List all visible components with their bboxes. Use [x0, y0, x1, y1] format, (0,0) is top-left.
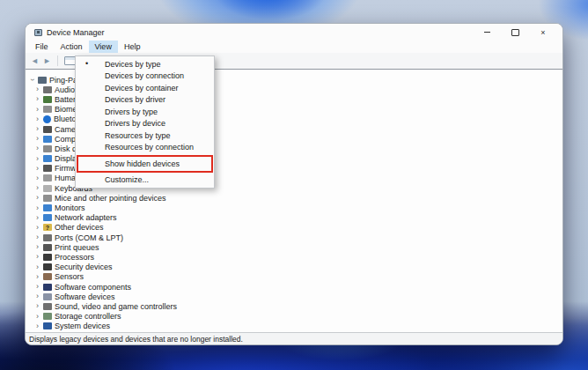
menu-item-show-hidden-devices[interactable]: Show hidden devices [76, 158, 214, 170]
tree-item-label: Monitors [55, 204, 85, 212]
chevron-right-icon[interactable]: › [34, 302, 40, 310]
chevron-right-icon[interactable]: › [34, 106, 40, 114]
chevron-right-icon[interactable]: › [34, 224, 40, 232]
chevron-right-icon[interactable]: › [34, 115, 40, 123]
sensor-icon [43, 273, 52, 280]
network-icon [43, 214, 52, 221]
chevron-right-icon[interactable]: › [34, 174, 40, 182]
security-icon [43, 263, 52, 270]
menu-item-devices-by-connection[interactable]: Devices by connection [76, 70, 214, 83]
close-button[interactable]: × [529, 24, 557, 41]
tree-item-label: Print queues [55, 243, 99, 252]
tree-item-label: Software devices [55, 292, 115, 301]
chevron-right-icon[interactable]: › [34, 95, 40, 103]
chevron-right-icon[interactable]: › [34, 292, 40, 300]
tree-item-label: Ports (COM & LPT) [55, 233, 123, 242]
tree-item-label: System devices [55, 322, 110, 330]
chevron-right-icon[interactable]: › [34, 194, 40, 202]
chevron-right-icon[interactable]: › [34, 184, 40, 192]
chevron-right-icon[interactable]: › [28, 77, 36, 83]
tree-item[interactable]: › Sensors [26, 272, 562, 282]
status-text: Displays legacy devices and devices that… [29, 335, 243, 344]
tree-item[interactable]: › Storage controllers [26, 312, 562, 322]
tree-item-label: Software components [55, 283, 131, 292]
tree-item[interactable]: › Monitors [26, 203, 562, 212]
tree-item[interactable]: › System devices [26, 322, 562, 331]
unknown-device-icon: ? [43, 224, 52, 231]
chevron-right-icon[interactable]: › [34, 125, 40, 133]
tree-item-label: Network adapters [55, 213, 117, 222]
forward-icon[interactable]: ► [43, 57, 51, 65]
tree-item-label: Mice and other pointing devices [55, 194, 166, 203]
menu-item-label: Customize... [105, 175, 149, 184]
menu-item-devices-by-type[interactable]: Devices by type [76, 58, 214, 70]
audio-icon [43, 86, 52, 93]
menu-help[interactable]: Help [118, 41, 147, 53]
menu-item-devices-by-container[interactable]: Devices by container [76, 82, 214, 94]
tree-item[interactable]: › Software devices [26, 292, 562, 301]
disk-icon [43, 145, 52, 152]
tree-item[interactable]: › Security devices [26, 263, 562, 272]
console-window-icon[interactable] [64, 56, 76, 65]
menu-item-drivers-by-device[interactable]: Drivers by device [76, 118, 214, 130]
chevron-right-icon[interactable]: › [34, 273, 40, 281]
chevron-right-icon[interactable]: › [34, 233, 40, 241]
chevron-right-icon[interactable]: › [34, 135, 40, 143]
system-icon [43, 322, 52, 329]
toolbar-separator [57, 56, 58, 66]
software-device-icon [43, 293, 52, 300]
tree-item[interactable]: › Ports (COM & LPT) [26, 233, 562, 242]
tree-item[interactable]: › Network adapters [26, 213, 562, 223]
back-icon[interactable]: ◄ [31, 57, 39, 65]
chevron-right-icon[interactable]: › [34, 322, 40, 330]
display-icon [43, 155, 52, 162]
tree-item-label: Other devices [55, 223, 104, 232]
menu-item-devices-by-driver[interactable]: Devices by driver [76, 94, 214, 107]
device-manager-icon [34, 29, 42, 36]
battery-icon [43, 96, 52, 103]
menu-item-resources-by-connection[interactable]: Resources by connection [76, 142, 214, 154]
tree-item-label: Security devices [55, 263, 113, 271]
menu-item-drivers-by-type[interactable]: Drivers by type [76, 106, 214, 118]
tree-item[interactable]: › Sound, video and game controllers [26, 301, 562, 311]
tree-item-label: Storage controllers [55, 312, 121, 321]
camera-icon [43, 126, 52, 133]
chevron-right-icon[interactable]: › [34, 313, 40, 321]
keyboard-icon [43, 185, 52, 192]
menu-item-customize[interactable]: Customize... [76, 174, 214, 187]
chevron-right-icon[interactable]: › [34, 165, 40, 173]
menu-action[interactable]: Action [55, 41, 89, 53]
storage-icon [43, 313, 52, 320]
computer-icon [43, 136, 52, 143]
tree-item-label: Sound, video and game controllers [55, 302, 177, 311]
computer-icon [38, 77, 47, 84]
chevron-right-icon[interactable]: › [34, 263, 40, 271]
mouse-icon [43, 195, 52, 202]
device-manager-window: Device Manager × File Action View Help [25, 23, 563, 345]
chevron-right-icon[interactable]: › [34, 204, 40, 212]
tree-item[interactable]: › ? Other devices [26, 223, 562, 233]
chevron-right-icon[interactable]: › [34, 243, 40, 251]
chevron-right-icon[interactable]: › [34, 155, 40, 163]
menu-view[interactable]: View [89, 41, 118, 53]
tree-item[interactable]: › Mice and other pointing devices [26, 193, 562, 203]
sound-icon [43, 303, 52, 310]
chevron-right-icon[interactable]: › [34, 144, 40, 152]
minimize-button[interactable] [473, 24, 501, 41]
chevron-right-icon[interactable]: › [34, 85, 40, 93]
chevron-right-icon[interactable]: › [34, 214, 40, 222]
tree-item[interactable]: › Software components [26, 282, 562, 292]
tree-item[interactable]: › Processors [26, 252, 562, 262]
monitor-icon [43, 204, 52, 211]
tree-item[interactable]: › Print queues [26, 242, 562, 252]
chevron-right-icon[interactable]: › [34, 253, 40, 261]
port-icon [43, 234, 52, 241]
menu-file[interactable]: File [29, 41, 55, 53]
menu-item-resources-by-type[interactable]: Resources by type [76, 130, 214, 142]
menu-item-label: Drivers by type [105, 107, 158, 116]
chevron-right-icon[interactable]: › [34, 283, 40, 291]
menu-item-label: Drivers by device [105, 119, 165, 128]
fingerprint-icon [43, 106, 52, 113]
maximize-button[interactable] [501, 24, 529, 41]
menu-item-label: Devices by type [105, 60, 161, 69]
